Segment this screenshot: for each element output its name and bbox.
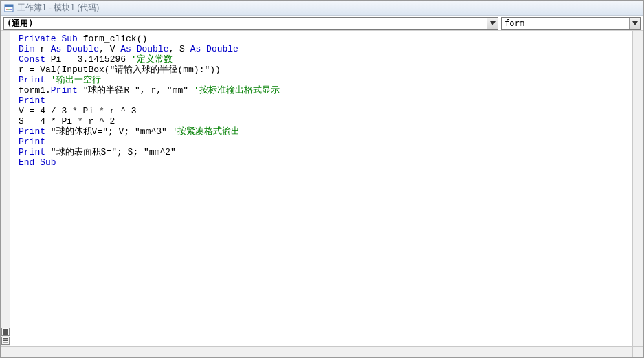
gutter-corner (1, 346, 10, 357)
svg-rect-1 (5, 5, 13, 7)
scroll-corner (632, 346, 643, 357)
chevron-down-icon[interactable] (629, 18, 640, 29)
vba-code-window: 工作簿1 - 模块1 (代码) (通用) form Private Sub fo… (0, 0, 644, 358)
editor-body: Private Sub form_click() Dim r As Double… (1, 31, 643, 346)
object-dropdown[interactable]: (通用) (3, 17, 498, 30)
svg-point-2 (6, 9, 8, 10)
titlebar[interactable]: 工作簿1 - 模块1 (代码) (1, 1, 643, 16)
svg-rect-9 (3, 340, 8, 342)
code-editor[interactable]: Private Sub form_click() Dim r As Double… (10, 31, 632, 346)
svg-rect-6 (3, 329, 8, 331)
object-dropdown-value: (通用) (4, 18, 487, 30)
window-title: 工作簿1 - 模块1 (代码) (17, 2, 99, 14)
procedure-view-button[interactable] (1, 328, 10, 336)
svg-rect-7 (3, 333, 8, 335)
svg-rect-8 (3, 338, 8, 339)
code-text[interactable]: Private Sub form_click() Dim r As Double… (10, 31, 632, 170)
full-module-view-button[interactable] (1, 337, 10, 345)
view-gutter (1, 31, 10, 346)
vertical-scrollbar[interactable] (632, 31, 643, 346)
module-icon (3, 3, 14, 14)
svg-point-3 (8, 9, 10, 10)
bottom-scroll-row (1, 346, 643, 357)
horizontal-scrollbar[interactable] (10, 346, 632, 357)
svg-rect-5 (3, 331, 8, 333)
object-procedure-selectors: (通用) form (1, 16, 643, 31)
svg-point-4 (10, 9, 12, 10)
procedure-dropdown-value: form (502, 19, 629, 28)
chevron-down-icon[interactable] (487, 18, 498, 29)
svg-rect-10 (3, 342, 8, 343)
procedure-dropdown[interactable]: form (501, 17, 641, 30)
